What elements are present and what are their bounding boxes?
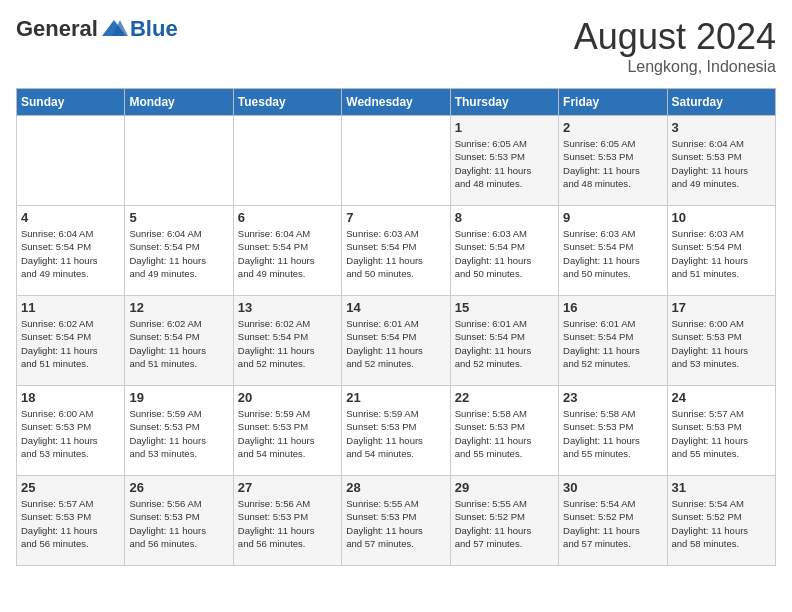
calendar-cell (342, 116, 450, 206)
day-info: Sunrise: 6:03 AM Sunset: 5:54 PM Dayligh… (455, 227, 554, 280)
weekday-header-wednesday: Wednesday (342, 89, 450, 116)
weekday-header-tuesday: Tuesday (233, 89, 341, 116)
weekday-header-monday: Monday (125, 89, 233, 116)
weekday-header-saturday: Saturday (667, 89, 775, 116)
calendar-cell: 17Sunrise: 6:00 AM Sunset: 5:53 PM Dayli… (667, 296, 775, 386)
calendar-cell (125, 116, 233, 206)
calendar-cell: 30Sunrise: 5:54 AM Sunset: 5:52 PM Dayli… (559, 476, 667, 566)
title-block: August 2024 Lengkong, Indonesia (574, 16, 776, 76)
calendar-cell: 13Sunrise: 6:02 AM Sunset: 5:54 PM Dayli… (233, 296, 341, 386)
calendar-cell: 2Sunrise: 6:05 AM Sunset: 5:53 PM Daylig… (559, 116, 667, 206)
calendar-cell: 11Sunrise: 6:02 AM Sunset: 5:54 PM Dayli… (17, 296, 125, 386)
calendar-cell: 4Sunrise: 6:04 AM Sunset: 5:54 PM Daylig… (17, 206, 125, 296)
day-info: Sunrise: 6:05 AM Sunset: 5:53 PM Dayligh… (455, 137, 554, 190)
day-info: Sunrise: 5:56 AM Sunset: 5:53 PM Dayligh… (129, 497, 228, 550)
day-number: 13 (238, 300, 337, 315)
day-number: 21 (346, 390, 445, 405)
day-info: Sunrise: 5:58 AM Sunset: 5:53 PM Dayligh… (563, 407, 662, 460)
day-number: 3 (672, 120, 771, 135)
day-number: 29 (455, 480, 554, 495)
day-info: Sunrise: 6:02 AM Sunset: 5:54 PM Dayligh… (21, 317, 120, 370)
weekday-header-sunday: Sunday (17, 89, 125, 116)
day-info: Sunrise: 5:59 AM Sunset: 5:53 PM Dayligh… (238, 407, 337, 460)
weekday-header-row: SundayMondayTuesdayWednesdayThursdayFrid… (17, 89, 776, 116)
week-row-3: 11Sunrise: 6:02 AM Sunset: 5:54 PM Dayli… (17, 296, 776, 386)
logo-blue: Blue (130, 16, 178, 42)
day-info: Sunrise: 6:04 AM Sunset: 5:54 PM Dayligh… (21, 227, 120, 280)
calendar-cell: 7Sunrise: 6:03 AM Sunset: 5:54 PM Daylig… (342, 206, 450, 296)
calendar-cell: 8Sunrise: 6:03 AM Sunset: 5:54 PM Daylig… (450, 206, 558, 296)
day-number: 18 (21, 390, 120, 405)
month-year: August 2024 (574, 16, 776, 58)
location: Lengkong, Indonesia (574, 58, 776, 76)
day-info: Sunrise: 6:04 AM Sunset: 5:54 PM Dayligh… (238, 227, 337, 280)
page-header: General Blue August 2024 Lengkong, Indon… (16, 16, 776, 76)
day-info: Sunrise: 6:05 AM Sunset: 5:53 PM Dayligh… (563, 137, 662, 190)
day-info: Sunrise: 5:58 AM Sunset: 5:53 PM Dayligh… (455, 407, 554, 460)
logo: General Blue (16, 16, 178, 42)
calendar-cell: 14Sunrise: 6:01 AM Sunset: 5:54 PM Dayli… (342, 296, 450, 386)
day-info: Sunrise: 6:01 AM Sunset: 5:54 PM Dayligh… (346, 317, 445, 370)
day-info: Sunrise: 6:02 AM Sunset: 5:54 PM Dayligh… (238, 317, 337, 370)
calendar-cell: 20Sunrise: 5:59 AM Sunset: 5:53 PM Dayli… (233, 386, 341, 476)
weekday-header-friday: Friday (559, 89, 667, 116)
calendar-cell: 9Sunrise: 6:03 AM Sunset: 5:54 PM Daylig… (559, 206, 667, 296)
calendar-cell: 3Sunrise: 6:04 AM Sunset: 5:53 PM Daylig… (667, 116, 775, 206)
calendar-cell: 23Sunrise: 5:58 AM Sunset: 5:53 PM Dayli… (559, 386, 667, 476)
week-row-1: 1Sunrise: 6:05 AM Sunset: 5:53 PM Daylig… (17, 116, 776, 206)
day-info: Sunrise: 5:55 AM Sunset: 5:53 PM Dayligh… (346, 497, 445, 550)
calendar-cell: 16Sunrise: 6:01 AM Sunset: 5:54 PM Dayli… (559, 296, 667, 386)
calendar-cell: 12Sunrise: 6:02 AM Sunset: 5:54 PM Dayli… (125, 296, 233, 386)
day-number: 14 (346, 300, 445, 315)
day-info: Sunrise: 5:54 AM Sunset: 5:52 PM Dayligh… (563, 497, 662, 550)
day-number: 30 (563, 480, 662, 495)
day-number: 23 (563, 390, 662, 405)
calendar-table: SundayMondayTuesdayWednesdayThursdayFrid… (16, 88, 776, 566)
calendar-cell: 15Sunrise: 6:01 AM Sunset: 5:54 PM Dayli… (450, 296, 558, 386)
day-number: 7 (346, 210, 445, 225)
day-number: 19 (129, 390, 228, 405)
calendar-cell: 27Sunrise: 5:56 AM Sunset: 5:53 PM Dayli… (233, 476, 341, 566)
logo-general: General (16, 16, 98, 42)
day-number: 5 (129, 210, 228, 225)
day-info: Sunrise: 5:56 AM Sunset: 5:53 PM Dayligh… (238, 497, 337, 550)
calendar-cell: 18Sunrise: 6:00 AM Sunset: 5:53 PM Dayli… (17, 386, 125, 476)
day-info: Sunrise: 6:03 AM Sunset: 5:54 PM Dayligh… (563, 227, 662, 280)
calendar-cell: 19Sunrise: 5:59 AM Sunset: 5:53 PM Dayli… (125, 386, 233, 476)
day-number: 8 (455, 210, 554, 225)
day-info: Sunrise: 6:03 AM Sunset: 5:54 PM Dayligh… (346, 227, 445, 280)
day-number: 2 (563, 120, 662, 135)
day-info: Sunrise: 5:59 AM Sunset: 5:53 PM Dayligh… (129, 407, 228, 460)
week-row-4: 18Sunrise: 6:00 AM Sunset: 5:53 PM Dayli… (17, 386, 776, 476)
day-info: Sunrise: 5:59 AM Sunset: 5:53 PM Dayligh… (346, 407, 445, 460)
day-number: 20 (238, 390, 337, 405)
calendar-cell: 25Sunrise: 5:57 AM Sunset: 5:53 PM Dayli… (17, 476, 125, 566)
day-info: Sunrise: 6:01 AM Sunset: 5:54 PM Dayligh… (455, 317, 554, 370)
day-info: Sunrise: 6:00 AM Sunset: 5:53 PM Dayligh… (672, 317, 771, 370)
week-row-5: 25Sunrise: 5:57 AM Sunset: 5:53 PM Dayli… (17, 476, 776, 566)
day-info: Sunrise: 6:03 AM Sunset: 5:54 PM Dayligh… (672, 227, 771, 280)
day-number: 28 (346, 480, 445, 495)
calendar-cell (233, 116, 341, 206)
day-number: 16 (563, 300, 662, 315)
day-info: Sunrise: 5:54 AM Sunset: 5:52 PM Dayligh… (672, 497, 771, 550)
day-number: 1 (455, 120, 554, 135)
calendar-cell: 6Sunrise: 6:04 AM Sunset: 5:54 PM Daylig… (233, 206, 341, 296)
day-number: 24 (672, 390, 771, 405)
day-info: Sunrise: 6:00 AM Sunset: 5:53 PM Dayligh… (21, 407, 120, 460)
calendar-cell: 5Sunrise: 6:04 AM Sunset: 5:54 PM Daylig… (125, 206, 233, 296)
calendar-cell: 1Sunrise: 6:05 AM Sunset: 5:53 PM Daylig… (450, 116, 558, 206)
day-number: 26 (129, 480, 228, 495)
calendar-cell: 21Sunrise: 5:59 AM Sunset: 5:53 PM Dayli… (342, 386, 450, 476)
calendar-cell: 22Sunrise: 5:58 AM Sunset: 5:53 PM Dayli… (450, 386, 558, 476)
day-info: Sunrise: 6:01 AM Sunset: 5:54 PM Dayligh… (563, 317, 662, 370)
day-number: 11 (21, 300, 120, 315)
day-number: 25 (21, 480, 120, 495)
calendar-cell (17, 116, 125, 206)
day-number: 4 (21, 210, 120, 225)
day-number: 6 (238, 210, 337, 225)
day-number: 27 (238, 480, 337, 495)
day-info: Sunrise: 5:55 AM Sunset: 5:52 PM Dayligh… (455, 497, 554, 550)
day-info: Sunrise: 5:57 AM Sunset: 5:53 PM Dayligh… (21, 497, 120, 550)
day-number: 10 (672, 210, 771, 225)
